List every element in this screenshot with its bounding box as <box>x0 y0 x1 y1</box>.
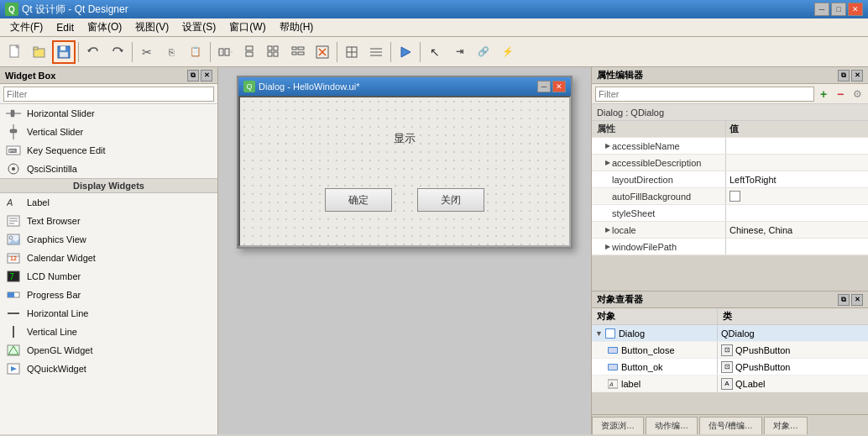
property-settings-button[interactable]: ⚙ <box>850 87 865 102</box>
widget-item-opengl-widget-label: OpenGL Widget <box>27 345 92 355</box>
obj-class-dialog: QDialog <box>718 325 868 341</box>
undo-button[interactable] <box>81 40 105 64</box>
obj-row-button-ok[interactable]: Button_ok ⊡ QPushButton <box>592 359 868 376</box>
progress-bar-icon <box>5 288 22 302</box>
tab-objects[interactable]: 对象… <box>764 417 808 434</box>
widget-item-vertical-slider-label: Vertical Slider <box>27 127 83 137</box>
prop-value-accessible-name[interactable] <box>726 138 868 154</box>
toolbar-sep-1 <box>78 42 79 62</box>
preview-button[interactable] <box>394 40 417 64</box>
prop-value-accessible-desc[interactable] <box>726 155 868 171</box>
pointer-button[interactable]: ↖ <box>423 40 447 64</box>
redo-button[interactable] <box>106 40 129 64</box>
locale-arrow: ▶ <box>605 226 612 234</box>
cut-button[interactable]: ✂ <box>135 40 159 64</box>
object-inspector-float-button[interactable]: ⧉ <box>838 294 850 306</box>
close-button[interactable]: ✕ <box>848 3 863 16</box>
save-button[interactable] <box>52 40 76 64</box>
layout-grid-button[interactable] <box>262 40 285 64</box>
menu-help[interactable]: 帮助(H) <box>273 18 321 36</box>
object-inspector-header: 对象查看器 ⧉ ✕ <box>592 292 868 308</box>
widget-item-key-sequence-edit[interactable]: ⌨ Key Sequence Edit <box>0 141 217 160</box>
obj-row-dialog[interactable]: ▼ Dialog QDialog <box>592 325 868 342</box>
property-editor-float-button[interactable]: ⧉ <box>838 70 850 81</box>
menu-view[interactable]: 视图(V) <box>128 18 175 36</box>
widget-item-qquick-widget[interactable]: QQuickWidget <box>0 360 217 378</box>
widget-box-close-button[interactable]: ✕ <box>201 70 212 81</box>
property-editor-header: 属性编辑器 ⧉ ✕ <box>592 67 868 84</box>
copy-button[interactable]: ⎘ <box>159 40 183 64</box>
dialog-close-btn[interactable]: 关闭 <box>417 188 484 212</box>
tab-resources[interactable]: 资源浏… <box>592 417 644 434</box>
svg-rect-4 <box>34 47 38 50</box>
break-layout-button[interactable] <box>311 40 334 64</box>
widget-item-qsciscintilla[interactable]: QsciScintilla <box>0 160 217 178</box>
menu-form[interactable]: 窗体(O) <box>81 18 128 36</box>
layout-v-button[interactable] <box>238 40 261 64</box>
widget-box-float-button[interactable]: ⧉ <box>187 70 199 81</box>
svg-rect-22 <box>298 52 304 55</box>
widget-item-graphics-view[interactable]: Graphics View <box>0 230 217 249</box>
simplify-grid-button[interactable] <box>364 40 388 64</box>
layout-form-button[interactable] <box>286 40 310 64</box>
widget-item-vertical-line[interactable]: Vertical Line <box>0 323 217 341</box>
obj-row-label[interactable]: A label A QLabel <box>592 376 868 392</box>
dialog-minimize-button[interactable]: ─ <box>537 81 551 92</box>
canvas-area: Q Dialog - HelloWindow.ui* ─ ✕ 显示 确定 关闭 <box>218 67 591 434</box>
maximize-button[interactable]: □ <box>831 3 846 16</box>
widget-item-progress-bar[interactable]: Progress Bar <box>0 286 217 304</box>
widget-item-calendar-widget[interactable]: 12 Calendar Widget <box>0 249 217 267</box>
obj-col-object-header: 对象 <box>592 308 718 324</box>
obj-name-dialog: ▼ Dialog <box>592 325 718 341</box>
paste-button[interactable]: 📋 <box>184 40 207 64</box>
label-icon: A <box>5 196 22 209</box>
menu-edit[interactable]: Edit <box>50 20 81 35</box>
buddy-button[interactable]: 🔗 <box>472 40 495 64</box>
property-editor-close-button[interactable]: ✕ <box>851 70 863 81</box>
property-filter-row: + − ⚙ <box>592 84 868 104</box>
property-add-button[interactable]: + <box>816 87 831 102</box>
widget-item-horizontal-line[interactable]: Horizontal Line <box>0 304 217 323</box>
dialog-close-button[interactable]: ✕ <box>552 81 566 92</box>
dialog-body[interactable]: 显示 确定 关闭 <box>238 96 571 247</box>
menu-file[interactable]: 文件(F) <box>3 18 50 36</box>
tab-signals[interactable]: 信号/槽编… <box>699 417 762 434</box>
widget-item-horizontal-slider[interactable]: Horizontal Slider <box>0 104 217 123</box>
widget-item-lcd-number[interactable]: 7 LCD Number <box>0 267 217 286</box>
menu-window[interactable]: 窗口(W) <box>222 18 272 36</box>
widget-box-filter-input[interactable] <box>3 87 214 102</box>
obj-row-button-close[interactable]: Button_close ⊡ QPushButton <box>592 342 868 359</box>
prop-value-window-file-path[interactable] <box>726 239 868 255</box>
menu-settings[interactable]: 设置(S) <box>175 18 222 36</box>
dialog-confirm-button[interactable]: 确定 <box>325 188 392 212</box>
widget-item-text-browser[interactable]: Text Browser <box>0 212 217 230</box>
widget-item-opengl-widget[interactable]: OpenGL Widget <box>0 341 217 360</box>
adjust-size-button[interactable] <box>340 40 363 64</box>
widget-item-vertical-slider[interactable]: Vertical Slider <box>0 123 217 141</box>
toolbar-sep-4 <box>337 42 337 62</box>
signal-button[interactable]: ⚡ <box>496 40 520 64</box>
open-button[interactable] <box>28 40 51 64</box>
prop-value-locale[interactable]: Chinese, China <box>726 222 868 238</box>
svg-rect-14 <box>246 52 253 56</box>
widget-item-key-sequence-edit-label: Key Sequence Edit <box>27 145 106 155</box>
button-close-obj-icon <box>607 344 619 356</box>
tab-actions[interactable]: 动作编… <box>646 417 698 434</box>
calendar-widget-icon: 12 <box>5 251 22 265</box>
new-button[interactable] <box>3 40 27 64</box>
property-filter-input[interactable] <box>595 87 814 102</box>
prop-value-auto-fill[interactable] <box>726 188 868 204</box>
minimize-button[interactable]: ─ <box>814 3 829 16</box>
layout-h-button[interactable] <box>213 40 237 64</box>
accessible-name-label: accessibleName <box>612 141 680 151</box>
object-inspector-close-button[interactable]: ✕ <box>851 294 863 306</box>
prop-value-layout-direction[interactable]: LeftToRight <box>726 171 868 187</box>
widget-item-label[interactable]: A Label <box>0 193 217 212</box>
widget-item-label-label: Label <box>27 197 50 207</box>
property-remove-button[interactable]: − <box>833 87 848 102</box>
prop-value-stylesheet[interactable] <box>726 205 868 221</box>
tab-order-button[interactable]: ⇥ <box>447 40 471 64</box>
object-inspector-rows: ▼ Dialog QDialog <box>592 325 868 414</box>
prop-name-layout-direction: layoutDirection <box>592 171 726 187</box>
auto-fill-checkbox[interactable] <box>729 191 740 202</box>
